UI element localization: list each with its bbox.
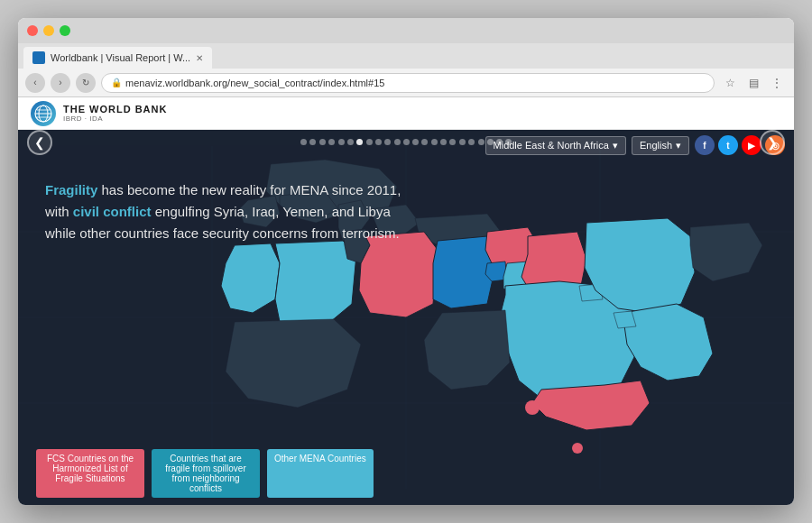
back-button[interactable]: ‹ [25, 73, 45, 93]
nav-dot-12[interactable] [403, 139, 410, 145]
browser-window: Worldbank | Visual Report | W... ✕ ‹ › ↻… [18, 18, 794, 505]
nav-dot-23[interactable] [505, 139, 512, 145]
address-bar-row: ‹ › ↻ 🔒 menaviz.worldbank.org/new_social… [18, 69, 794, 97]
text-overlay: Fragility has become the new reality for… [45, 179, 424, 244]
nav-dot-3[interactable] [319, 139, 326, 145]
dot-group-7 [459, 139, 475, 145]
nav-dot-18[interactable] [459, 139, 466, 145]
nav-dot-19[interactable] [468, 139, 475, 145]
lock-icon: 🔒 [111, 78, 122, 87]
globe-icon [31, 101, 56, 126]
dot-group-5 [394, 139, 428, 145]
dots-nav: ❮ [18, 139, 794, 145]
wb-title: THE WORLD BANK [63, 104, 167, 115]
nav-dot-13[interactable] [412, 139, 419, 145]
extensions-button[interactable]: ▤ [743, 73, 763, 93]
nav-dot-8[interactable] [366, 139, 373, 145]
nav-dot-20[interactable] [478, 139, 484, 145]
wb-subtitle: IBRD · IDA [63, 115, 167, 123]
nav-dot-15[interactable] [431, 139, 438, 145]
legend-fcs: FCS Countries on the Harmonized List of … [36, 449, 144, 498]
next-button[interactable]: ❯ [760, 130, 785, 155]
menu-button[interactable]: ⋮ [767, 73, 787, 93]
reload-button[interactable]: ↻ [76, 73, 96, 93]
tab-close-button[interactable]: ✕ [196, 53, 203, 63]
wb-logo-text: THE WORLD BANK IBRD · IDA [63, 104, 167, 123]
dot-group-2 [319, 139, 335, 145]
dot-group-3 [338, 139, 363, 145]
nav-dot-9[interactable] [375, 139, 382, 145]
svg-point-13 [572, 443, 583, 454]
tab-favicon [32, 51, 45, 64]
close-button[interactable] [27, 25, 38, 36]
title-bar [18, 18, 794, 43]
word-fragility: Fragility [45, 182, 97, 197]
address-field[interactable]: 🔒 menaviz.worldbank.org/new_social_contr… [101, 73, 715, 93]
nav-dot-5[interactable] [338, 139, 345, 145]
toolbar-right: ☆ ▤ ⋮ [720, 73, 787, 93]
dot-group-8 [478, 139, 512, 145]
bookmark-button[interactable]: ☆ [720, 73, 740, 93]
prev-button[interactable]: ❮ [27, 130, 52, 155]
wb-header: THE WORLD BANK IBRD · IDA [18, 97, 794, 130]
forward-button[interactable]: › [51, 73, 70, 93]
nav-dot-10[interactable] [384, 139, 391, 145]
controls-bar: Middle East & North Africa ▾ English ▾ f… [476, 130, 794, 161]
nav-dot-22[interactable] [496, 139, 503, 145]
dot-group-4 [366, 139, 391, 145]
main-content: Middle East & North Africa ▾ English ▾ f… [18, 130, 794, 505]
nav-dot-21[interactable] [487, 139, 494, 145]
tab-bar: Worldbank | Visual Report | W... ✕ [18, 43, 794, 69]
nav-dot-6[interactable] [347, 139, 354, 145]
legend-other-mena: Other MENA Countries [267, 449, 374, 498]
url-text: menaviz.worldbank.org/new_social_contrac… [125, 78, 384, 88]
minimize-button[interactable] [43, 25, 54, 36]
wb-logo: THE WORLD BANK IBRD · IDA [31, 101, 167, 126]
legend-fragile-spillover: Countries that are fragile from spillove… [152, 449, 260, 498]
nav-dot-14[interactable] [421, 139, 428, 145]
dot-group-1 [300, 139, 316, 145]
nav-dot-7[interactable] [356, 139, 363, 145]
nav-dot-1[interactable] [300, 139, 307, 145]
nav-dot-4[interactable] [328, 139, 335, 145]
nav-dot-17[interactable] [449, 139, 456, 145]
maximize-button[interactable] [60, 25, 70, 36]
word-civil-conflict: civil conflict [73, 204, 152, 219]
nav-dot-11[interactable] [394, 139, 401, 145]
nav-dot-16[interactable] [440, 139, 447, 145]
active-tab[interactable]: Worldbank | Visual Report | W... ✕ [23, 47, 212, 69]
svg-point-12 [525, 400, 540, 415]
dot-group-6 [431, 139, 456, 145]
legend: FCS Countries on the Harmonized List of … [36, 449, 374, 498]
nav-dot-2[interactable] [309, 139, 316, 145]
tab-label: Worldbank | Visual Report | W... [51, 52, 190, 63]
